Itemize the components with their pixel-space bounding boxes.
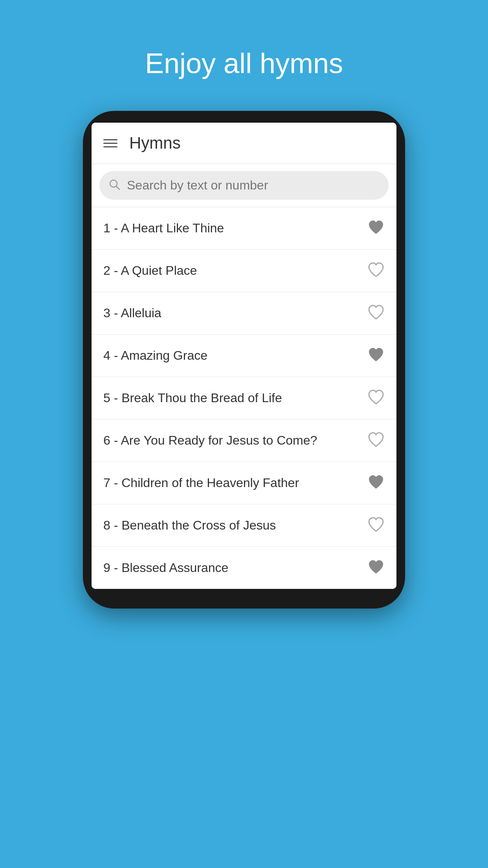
menu-icon[interactable] [103, 139, 117, 147]
phone-frame: Hymns 1 - A Heart Like Thine 2 - A Quiet… [83, 111, 405, 609]
hymn-name: 9 - Blessed Assurance [103, 561, 228, 575]
hymn-name: 7 - Children of the Heavenly Father [103, 476, 299, 490]
favorite-button[interactable] [367, 559, 385, 577]
hymn-item[interactable]: 4 - Amazing Grace [92, 335, 396, 377]
favorite-button[interactable] [367, 474, 385, 492]
hymn-item[interactable]: 8 - Beneath the Cross of Jesus [92, 504, 396, 547]
hymn-name: 5 - Break Thou the Bread of Life [103, 391, 282, 405]
search-input[interactable] [127, 178, 379, 193]
hymn-item[interactable]: 2 - A Quiet Place [92, 250, 396, 292]
favorite-button[interactable] [367, 304, 385, 322]
hymn-item[interactable]: 1 - A Heart Like Thine [92, 207, 396, 250]
search-icon [109, 179, 121, 192]
svg-line-1 [116, 186, 119, 189]
hymn-item[interactable]: 5 - Break Thou the Bread of Life [92, 377, 396, 419]
favorite-button[interactable] [367, 261, 385, 280]
hymn-list: 1 - A Heart Like Thine 2 - A Quiet Place… [92, 207, 396, 589]
page-title: Enjoy all hymns [145, 47, 343, 79]
hymn-item[interactable]: 9 - Blessed Assurance [92, 547, 396, 589]
hymn-item[interactable]: 7 - Children of the Heavenly Father [92, 462, 396, 504]
phone-screen: Hymns 1 - A Heart Like Thine 2 - A Quiet… [92, 123, 396, 589]
hymn-name: 3 - Alleluia [103, 306, 161, 320]
hymn-name: 1 - A Heart Like Thine [103, 221, 224, 235]
hymn-name: 6 - Are You Ready for Jesus to Come? [103, 433, 317, 448]
search-bar [99, 171, 389, 200]
hymn-name: 2 - A Quiet Place [103, 263, 197, 278]
menu-line-1 [103, 139, 117, 140]
search-container [92, 164, 396, 207]
app-title: Hymns [129, 134, 181, 153]
menu-line-2 [103, 143, 117, 144]
favorite-button[interactable] [367, 516, 385, 535]
hymn-item[interactable]: 3 - Alleluia [92, 292, 396, 335]
favorite-button[interactable] [367, 431, 385, 450]
menu-line-3 [103, 146, 117, 147]
app-header: Hymns [92, 123, 396, 164]
hymn-item[interactable]: 6 - Are You Ready for Jesus to Come? [92, 419, 396, 462]
hymn-name: 8 - Beneath the Cross of Jesus [103, 518, 276, 533]
favorite-button[interactable] [367, 389, 385, 407]
hymn-name: 4 - Amazing Grace [103, 348, 207, 363]
favorite-button[interactable] [367, 346, 385, 365]
favorite-button[interactable] [367, 219, 385, 237]
